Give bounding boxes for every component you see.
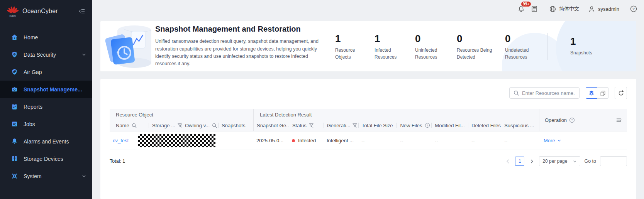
column-header-snapshot-generated[interactable]: Snapshot Ge...: [254, 119, 289, 132]
cell-modified-files: --: [432, 138, 468, 143]
user-icon: [588, 5, 596, 13]
sidebar-item-system[interactable]: System: [0, 167, 92, 185]
sidebar-item-label: Storage Devices: [24, 156, 87, 162]
resource-name-link[interactable]: cv_test: [113, 138, 129, 143]
previous-page-icon[interactable]: [504, 158, 511, 165]
hero-stats: 1 Resource Objects 1 Infected Resources …: [335, 32, 547, 61]
column-header-suspicious[interactable]: Suspicious ...: [501, 119, 539, 132]
goto-page-input[interactable]: [600, 156, 627, 166]
column-label: Name: [116, 123, 129, 128]
cell-generation: Intelligent ...: [324, 138, 358, 143]
sidebar-item-label: Jobs: [24, 121, 87, 127]
help-icon[interactable]: ?: [629, 5, 638, 13]
stats-divider: [547, 33, 548, 60]
stat-uninfected-resources: 0 Uninfected Resources: [415, 34, 445, 61]
hero-illustration: [100, 21, 154, 71]
data-security-shield-icon: [11, 51, 18, 58]
column-header-deleted-files[interactable]: Deleted Files...: [468, 119, 501, 132]
stat-value: 0: [415, 34, 445, 44]
sidebar-collapse-icon[interactable]: [78, 7, 86, 15]
pagination-bar: Total: 1 1 20 per page Go to: [110, 156, 627, 166]
message-log-icon[interactable]: [530, 5, 539, 13]
svg-text:?: ?: [632, 7, 635, 11]
filter-icon[interactable]: [309, 123, 314, 128]
notification-count-badge: 99+: [521, 1, 531, 7]
sidebar-item-snapshot-management[interactable]: Snapshot Manageme...: [0, 81, 92, 98]
page-size-select[interactable]: 20 per page: [539, 156, 580, 166]
group-resource-object: Resource Object Name Storage ... Owning …: [110, 109, 253, 131]
user-menu[interactable]: sysadmin: [588, 5, 619, 13]
jobs-list-icon: [11, 120, 18, 128]
copy-icon: [600, 90, 606, 96]
stat-value: 1: [375, 34, 403, 44]
resource-search[interactable]: [509, 87, 580, 99]
stat-resource-objects: 1 Resource Objects: [335, 34, 363, 61]
page-size-label: 20 per page: [542, 159, 567, 164]
stat-undetected-resources: 0 Undetected Resources: [505, 34, 536, 61]
column-header-new-files[interactable]: New Files ?: [397, 119, 432, 132]
help-circle-icon[interactable]: ?: [569, 117, 575, 123]
goto-label: Go to: [584, 159, 596, 164]
sidebar-item-data-security[interactable]: Data Security: [0, 46, 92, 63]
column-label: Suspicious ...: [504, 123, 534, 128]
column-header-total-file-size[interactable]: Total File Size: [359, 119, 397, 132]
sidebar-item-label: System: [24, 173, 81, 179]
next-page-icon[interactable]: [528, 158, 535, 165]
stat-label: Undetected Resources: [505, 47, 536, 61]
air-gap-shield-icon: [11, 68, 18, 76]
notifications-bell-icon[interactable]: 99+: [517, 5, 525, 13]
cell-new-files: --: [397, 138, 432, 143]
chevron-down-icon: [81, 52, 87, 57]
stat-value: 1: [570, 36, 592, 46]
page-number-button[interactable]: 1: [515, 157, 524, 166]
refresh-button[interactable]: [615, 87, 627, 99]
filter-icon[interactable]: [353, 123, 358, 128]
column-header-status[interactable]: Status: [289, 119, 324, 132]
column-header-snapshots[interactable]: Snapshots: [219, 119, 253, 132]
more-actions-button[interactable]: More: [544, 138, 561, 143]
globe-icon: [549, 5, 557, 13]
chevron-down-icon: [573, 159, 577, 164]
help-circle-icon[interactable]: ?: [425, 123, 430, 128]
stat-label: Resources Being Detected: [457, 47, 493, 61]
search-icon[interactable]: [132, 123, 137, 128]
stat-label: Infected Resources: [375, 47, 403, 61]
chevron-down-icon: [557, 138, 561, 143]
column-settings-icon[interactable]: [616, 117, 622, 123]
sidebar-item-storage-devices[interactable]: Storage Devices: [0, 150, 92, 167]
stat-label: Snapshots: [570, 50, 592, 56]
sidebar-item-reports[interactable]: Reports: [0, 98, 92, 115]
cell-suspicious: --: [501, 138, 539, 143]
search-icon[interactable]: [212, 123, 217, 128]
sidebar-item-label: Data Security: [24, 52, 81, 58]
huawei-logo-icon: HUAWEI: [7, 5, 19, 17]
sidebar-item-jobs[interactable]: Jobs: [0, 115, 92, 133]
snapshot-camera-icon: [11, 86, 18, 93]
filter-icon[interactable]: [178, 123, 182, 128]
column-header-storage[interactable]: Storage ...: [149, 119, 182, 132]
cell-snapshot-generated: 2025-05-0...: [253, 138, 289, 143]
group-latest-detection-result: Latest Detection Result Snapshot Ge... S…: [253, 109, 539, 131]
column-header-owning[interactable]: Owning v...: [182, 119, 219, 132]
language-switcher[interactable]: 简体中文: [549, 5, 579, 13]
sidebar-item-alarms-and-events[interactable]: Alarms and Events: [0, 133, 92, 150]
column-header-generation[interactable]: Generati...: [324, 119, 359, 132]
chevron-down-icon: [81, 174, 87, 179]
layers-view-button[interactable]: [586, 87, 597, 99]
column-header-name[interactable]: Name: [110, 119, 149, 132]
sidebar: HUAWEI OceanCyber Home Data Security: [0, 0, 92, 199]
copy-view-button[interactable]: [597, 87, 608, 99]
cell-total-file-size: --: [358, 138, 397, 143]
storage-devices-icon: [11, 155, 18, 162]
sidebar-item-air-gap[interactable]: Air Gap: [0, 63, 92, 81]
table-row: cv_test 2025-05-0... Infected Intelligen…: [110, 132, 627, 150]
search-input[interactable]: [521, 90, 575, 96]
sidebar-item-home[interactable]: Home: [0, 29, 92, 46]
topbar: 99+ 简体中文 sysadmin ?: [92, 0, 644, 18]
column-header-modified-files[interactable]: Modified Fil...: [432, 119, 468, 132]
stat-resources-being-detected: 0 Resources Being Detected: [457, 34, 493, 61]
group-header-label: Resource Object: [110, 109, 253, 119]
table-header: Resource Object Name Storage ... Owning …: [110, 109, 627, 132]
subheader-row: Snapshot Ge... Status Generati... Total …: [254, 119, 539, 132]
page-description: Unified ransomware detection result quer…: [155, 38, 326, 68]
